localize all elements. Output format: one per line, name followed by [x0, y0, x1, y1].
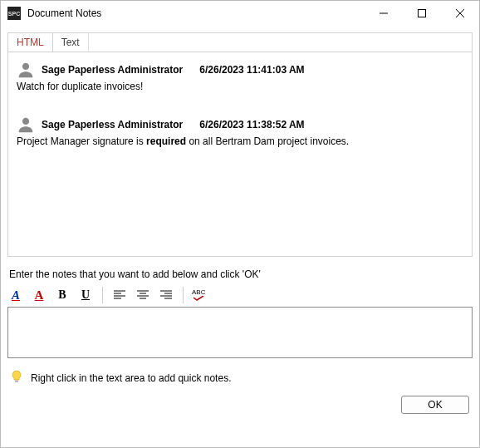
align-right-icon — [160, 290, 172, 300]
align-center-icon — [137, 290, 149, 300]
svg-point-4 — [22, 63, 29, 70]
underline-icon: U — [81, 288, 90, 302]
fontcolor-button[interactable]: A — [31, 287, 47, 303]
lightbulb-icon — [11, 370, 22, 386]
user-icon — [17, 61, 35, 79]
svg-rect-1 — [419, 10, 426, 17]
align-left-button[interactable] — [111, 287, 128, 303]
instruction-text: Enter the notes that you want to add bel… — [7, 262, 473, 285]
note-timestamp: 6/26/2023 11:41:03 AM — [199, 64, 304, 76]
check-icon — [193, 296, 204, 301]
tab-html[interactable]: HTML — [8, 33, 53, 52]
maximize-button[interactable] — [403, 1, 441, 26]
note-author: Sage Paperless Administrator — [42, 119, 183, 130]
user-icon — [17, 116, 35, 134]
window-title: Document Notes — [27, 7, 101, 19]
app-icon: SPC — [7, 7, 21, 20]
close-button[interactable] — [441, 1, 479, 26]
note-item: Sage Paperless Administrator 6/26/2023 1… — [17, 61, 463, 92]
minimize-icon — [380, 9, 388, 17]
bold-button[interactable]: B — [54, 287, 71, 303]
tip-row: Right click in the text area to add quic… — [7, 358, 473, 396]
note-item: Sage Paperless Administrator 6/26/2023 1… — [17, 116, 463, 147]
spellcheck-button[interactable]: ABC — [192, 287, 205, 303]
svg-point-5 — [22, 118, 29, 125]
note-editor[interactable] — [7, 307, 473, 358]
bgcolor-button[interactable]: A — [7, 287, 24, 303]
titlebar: SPC Document Notes — [1, 1, 479, 26]
close-icon — [456, 9, 464, 17]
align-center-button[interactable] — [135, 287, 151, 303]
tip-text: Right click in the text area to add quic… — [31, 372, 231, 384]
note-body: Project Manager signature is required on… — [17, 135, 463, 147]
align-left-icon — [114, 290, 125, 300]
note-author: Sage Paperless Administrator — [42, 64, 183, 76]
note-body: Watch for duplicate invoices! — [17, 81, 463, 92]
minimize-button[interactable] — [365, 1, 403, 26]
underline-button[interactable]: U — [77, 287, 94, 303]
fontcolor-icon: A — [35, 288, 44, 303]
toolbar-separator — [183, 287, 184, 303]
notes-pane: Sage Paperless Administrator 6/26/2023 1… — [7, 52, 473, 257]
tab-strip: HTML Text — [7, 32, 473, 52]
ok-button[interactable]: OK — [401, 396, 469, 414]
note-timestamp: 6/26/2023 11:38:52 AM — [199, 119, 304, 130]
toolbar-separator — [102, 287, 103, 303]
tab-text[interactable]: Text — [53, 33, 89, 52]
maximize-icon — [418, 9, 426, 17]
bold-icon: B — [58, 288, 66, 302]
align-right-button[interactable] — [158, 287, 174, 303]
spellcheck-label: ABC — [192, 289, 205, 296]
bgcolor-icon: A — [12, 288, 20, 303]
svg-rect-18 — [15, 381, 18, 383]
editor-toolbar: A A B U ABC — [7, 285, 473, 307]
